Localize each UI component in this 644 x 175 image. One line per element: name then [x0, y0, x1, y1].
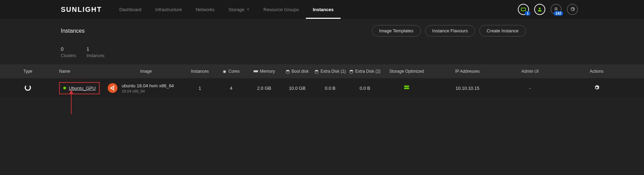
gear-icon: [594, 85, 600, 90]
col-memory: Memory: [247, 69, 282, 74]
screen-badge: 1: [525, 11, 530, 16]
nav-storage[interactable]: Storage ▼: [222, 0, 256, 19]
row-actions-button[interactable]: [594, 86, 600, 92]
col-memory-label: Memory: [260, 69, 275, 74]
col-storage-optimized: Storage Optimized: [382, 69, 431, 74]
cell-actions: [556, 85, 637, 92]
notifications-badge: 142: [554, 11, 563, 16]
svg-rect-10: [404, 86, 409, 87]
image-name: ubuntu 18.04 hvm x86_64: [122, 83, 174, 88]
cell-name: Ubuntu_GPU: [49, 82, 108, 94]
cell-memory: 2.0 GB: [247, 86, 282, 91]
col-extra1: Extra Disk (1): [313, 69, 348, 74]
chevron-down-icon: ▼: [246, 8, 250, 11]
svg-point-9: [112, 87, 114, 89]
col-admin: Admin UI: [504, 69, 556, 74]
disk-icon: [286, 70, 290, 74]
image-templates-button[interactable]: Image Templates: [372, 25, 421, 37]
col-name: Name: [49, 69, 108, 74]
page-actions: Image Templates Instance Flavours Create…: [372, 25, 526, 37]
stat-clusters: 0 Clusters: [61, 46, 76, 58]
col-actions: Actions: [556, 69, 637, 74]
svg-rect-2: [253, 70, 258, 72]
chip-icon: [222, 70, 227, 74]
loading-spinner-icon: [25, 85, 31, 91]
col-image: Image: [108, 69, 184, 74]
memory-icon: [253, 70, 258, 73]
cell-extra2: 0.0 B: [348, 86, 382, 91]
status-dot-icon: [63, 87, 66, 89]
name-highlight-box: Ubuntu_GPU: [59, 82, 100, 94]
svg-rect-11: [404, 88, 409, 89]
nav-dashboard[interactable]: Dashboard: [112, 0, 148, 19]
col-cores: Cores: [215, 69, 247, 74]
disk-icon: [349, 70, 353, 74]
col-extra1-label: Extra Disk (1): [320, 69, 346, 74]
user-account-button[interactable]: [534, 4, 545, 15]
table-row: Ubuntu_GPU ubuntu 18.04 hvm x86_64 18.04…: [0, 78, 644, 98]
top-icons: 1 142: [518, 4, 578, 15]
svg-point-7: [113, 86, 114, 87]
instance-name-link[interactable]: Ubuntu_GPU: [69, 86, 96, 91]
user-icon: [537, 7, 543, 12]
col-ip: IP Addresses: [431, 69, 504, 74]
nav-storage-label: Storage: [229, 7, 245, 12]
stat-clusters-label: Clusters: [61, 53, 76, 58]
svg-rect-1: [223, 71, 226, 73]
svg-point-8: [113, 89, 114, 90]
nav-resource-groups[interactable]: Resource Groups: [256, 0, 306, 19]
instance-flavours-button[interactable]: Instance Flavours: [425, 25, 475, 37]
cell-boot: 10.0 GB: [282, 86, 313, 91]
col-instances: Instances: [184, 69, 215, 74]
ubuntu-logo-icon: [108, 83, 117, 93]
cell-admin: -: [504, 86, 556, 91]
svg-point-0: [539, 8, 540, 9]
monitor-icon: [521, 8, 526, 11]
cell-instances: 1: [184, 86, 215, 91]
nav-instances[interactable]: Instances: [306, 0, 341, 19]
disk-icon: [315, 70, 319, 74]
col-boot-label: Boot disk: [292, 69, 309, 74]
image-subtitle: 18.04 x86_64: [122, 89, 174, 93]
svg-point-4: [315, 70, 318, 71]
main-nav: Dashboard Infrastructure Networks Storag…: [112, 0, 341, 19]
page-title: Instances: [61, 28, 84, 34]
col-type: Type: [7, 69, 49, 74]
stat-instances-label: Instances: [87, 53, 104, 58]
storage-optimized-icon: [403, 85, 410, 91]
screen-status-button[interactable]: 1: [518, 4, 529, 15]
cell-ip: 10.10.10.15: [431, 86, 504, 91]
stat-clusters-value: 0: [61, 46, 76, 52]
instances-table: Type Name Image Instances Cores Memory B…: [0, 64, 644, 98]
col-boot: Boot disk: [282, 69, 313, 74]
svg-point-3: [286, 70, 289, 71]
col-extra2-label: Extra Disk (2): [355, 69, 381, 74]
top-bar: SUNLIGHT Dashboard Infrastructure Networ…: [0, 0, 644, 19]
gear-icon: [570, 7, 575, 12]
stats-bar: 0 Clusters 1 Instances: [0, 43, 644, 64]
cell-storage-optimized: [382, 85, 431, 91]
table-header-row: Type Name Image Instances Cores Memory B…: [0, 64, 644, 78]
stat-instances-value: 1: [87, 46, 104, 52]
brand-logo: SUNLIGHT: [61, 6, 102, 14]
svg-point-5: [350, 70, 353, 71]
cell-type: [7, 85, 49, 92]
cell-extra1: 0.0 B: [313, 86, 348, 91]
create-instance-button[interactable]: Create Instance: [479, 25, 526, 37]
nav-infrastructure[interactable]: Infrastructure: [148, 0, 189, 19]
cell-cores: 4: [215, 86, 247, 91]
nav-networks[interactable]: Networks: [189, 0, 221, 19]
page-header: Instances Image Templates Instance Flavo…: [0, 19, 644, 43]
col-extra2: Extra Disk (2): [348, 69, 382, 74]
col-cores-label: Cores: [228, 69, 239, 74]
stat-instances: 1 Instances: [87, 46, 104, 58]
notifications-button[interactable]: 142: [551, 4, 562, 15]
settings-button[interactable]: [567, 4, 578, 15]
cell-image: ubuntu 18.04 hvm x86_64 18.04 x86_64: [108, 83, 184, 93]
